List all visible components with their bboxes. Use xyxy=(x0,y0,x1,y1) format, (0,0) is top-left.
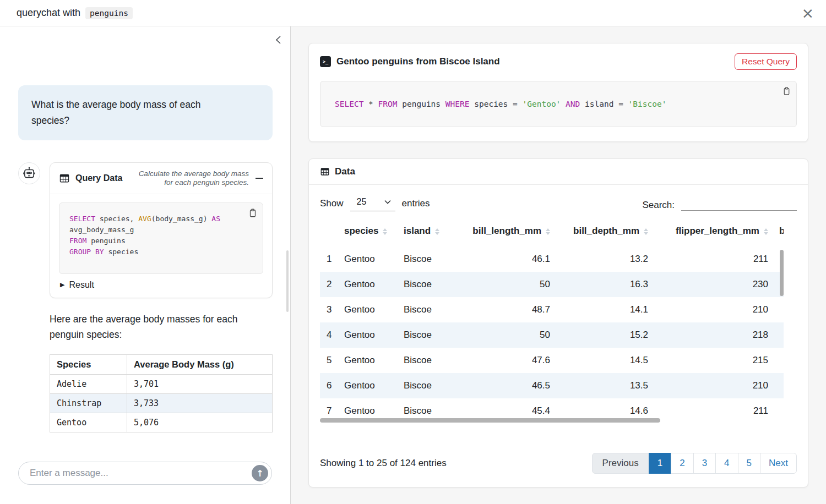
sql-code: SELECT species, AVG(body_mass_g) ASavg_b… xyxy=(69,213,253,258)
page-button-5[interactable]: 5 xyxy=(738,453,760,474)
table-row: 6GentooBiscoe46.513.5210 xyxy=(320,373,784,398)
copy-icon[interactable] xyxy=(248,208,258,218)
table-cell: 4 xyxy=(320,322,340,348)
column-header-island[interactable]: island xyxy=(399,224,454,246)
table-row: 2GentooBiscoe5016.3230 xyxy=(320,272,784,297)
sort-arrows-icon xyxy=(435,228,439,235)
close-icon[interactable]: × xyxy=(801,6,814,20)
assistant-answer: Here are the average body masses for eac… xyxy=(50,311,273,433)
copy-icon[interactable] xyxy=(782,86,791,96)
result-label: Result xyxy=(69,280,94,290)
table-cell: 48.7 xyxy=(454,297,555,322)
horizontal-scrollbar[interactable] xyxy=(320,418,660,423)
table-cell: Biscoe xyxy=(399,246,454,272)
table-cell: 15.2 xyxy=(555,322,653,348)
query-title: Gentoo penguins from Biscoe Island xyxy=(336,56,500,67)
tool-subtitle: Calculate the average body mass for each… xyxy=(135,169,249,187)
table-cell xyxy=(773,348,784,373)
tool-card-header: Query Data Calculate the average body ma… xyxy=(50,163,272,194)
sort-arrows-icon xyxy=(764,228,768,235)
send-button[interactable]: ↑ xyxy=(252,465,268,481)
page-button-2[interactable]: 2 xyxy=(671,453,693,474)
chevron-down-icon xyxy=(384,200,391,204)
table-cell: 1 xyxy=(320,246,340,272)
table-cell: 218 xyxy=(653,322,773,348)
page-button-3[interactable]: 3 xyxy=(693,453,716,474)
table-cell: Gentoo xyxy=(340,322,399,348)
column-header-bill_depth_mm[interactable]: bill_depth_mm xyxy=(555,224,653,246)
result-expander[interactable]: ▶ Result xyxy=(59,274,263,293)
pagination: Previous12345Next xyxy=(592,453,797,474)
table-cell: 5 xyxy=(320,348,340,373)
chevron-left-icon xyxy=(274,35,282,45)
search-label: Search: xyxy=(642,200,675,211)
sort-arrows-icon xyxy=(383,228,387,235)
triangle-icon: ▶ xyxy=(60,281,64,288)
title-text: querychat with xyxy=(17,7,80,19)
table-cell: Gentoo xyxy=(340,246,399,272)
page-button-1[interactable]: 1 xyxy=(649,453,671,474)
chat-sidebar: What is the average body mass of each sp… xyxy=(0,26,291,504)
table-cell: Gentoo xyxy=(50,413,127,432)
chat-input[interactable] xyxy=(30,468,252,479)
table-cell: 210 xyxy=(653,297,773,322)
table-row: 4GentooBiscoe5015.2218 xyxy=(320,322,784,348)
page-size-select[interactable]: 25 xyxy=(350,196,395,211)
table-cell: 230 xyxy=(653,272,773,297)
table-cell xyxy=(773,297,784,322)
robot-avatar-icon xyxy=(18,162,40,184)
page-button-next[interactable]: Next xyxy=(760,453,797,474)
table-cell: Adelie xyxy=(50,375,127,394)
table-cell: 16.3 xyxy=(555,272,653,297)
vertical-scrollbar[interactable] xyxy=(780,250,784,296)
column-header-flipper_length_mm[interactable]: flipper_length_mm xyxy=(653,224,773,246)
table-header-row: speciesislandbill_length_mmbill_depth_mm… xyxy=(320,224,784,246)
data-card: Data Show 25 entries Search: xyxy=(308,158,808,487)
table-cell: 3 xyxy=(320,297,340,322)
tool-title: Query Data xyxy=(75,173,122,183)
table-cell xyxy=(773,398,784,424)
data-card-body: Show 25 entries Search: spec xyxy=(309,185,808,487)
data-table-container: speciesislandbill_length_mmbill_depth_mm… xyxy=(320,224,784,424)
table-cell xyxy=(773,322,784,348)
app-window: querychat with penguins × What is the av… xyxy=(0,0,826,504)
chat-scrollbar[interactable] xyxy=(286,250,289,312)
column-header: Species xyxy=(50,355,127,375)
minus-icon xyxy=(256,178,263,179)
column-header-species[interactable]: species xyxy=(340,224,399,246)
table-cell: 46.5 xyxy=(454,373,555,398)
reset-query-button[interactable]: Reset Query xyxy=(735,53,797,70)
column-header-bill_length_mm[interactable]: bill_length_mm xyxy=(454,224,555,246)
column-header-b: b xyxy=(773,224,784,246)
table-cell: Biscoe xyxy=(399,322,454,348)
table-cell: 13.2 xyxy=(555,246,653,272)
show-label: Show xyxy=(320,198,344,209)
search-group: Search: xyxy=(642,196,797,211)
page-button-4[interactable]: 4 xyxy=(715,453,738,474)
table-cell: Gentoo xyxy=(340,373,399,398)
table-cell: 13.5 xyxy=(555,373,653,398)
sql-code: SELECT * FROM penguins WHERE species = '… xyxy=(335,100,666,108)
sql-code-block: SELECT species, AVG(body_mass_g) ASavg_b… xyxy=(59,202,263,274)
table-cell: 50 xyxy=(454,272,555,297)
dataset-chip: penguins xyxy=(85,7,133,19)
search-input[interactable] xyxy=(681,196,797,211)
table-row: 1GentooBiscoe46.113.2211 xyxy=(320,246,784,272)
data-table: speciesislandbill_length_mmbill_depth_mm… xyxy=(320,224,784,424)
table-cell: 215 xyxy=(653,348,773,373)
table-header-row: SpeciesAverage Body Mass (g) xyxy=(50,355,273,375)
table-row: Gentoo5,076 xyxy=(50,413,273,432)
table-cell: Gentoo xyxy=(340,297,399,322)
chat-input-bar: ↑ xyxy=(18,462,272,485)
collapse-tool-button[interactable] xyxy=(254,176,264,181)
table-cell: 6 xyxy=(320,373,340,398)
table-icon xyxy=(59,173,70,184)
up-arrow-icon: ↑ xyxy=(256,468,263,479)
table-row: 3GentooBiscoe48.714.1210 xyxy=(320,297,784,322)
title-bar: querychat with penguins × xyxy=(0,0,826,26)
tool-card: Query Data Calculate the average body ma… xyxy=(50,162,273,298)
page-button-previous[interactable]: Previous xyxy=(592,453,649,474)
table-cell: 5,076 xyxy=(127,413,273,432)
sidebar-collapse-button[interactable] xyxy=(274,35,282,45)
entries-info: Showing 1 to 25 of 124 entries xyxy=(320,458,447,469)
